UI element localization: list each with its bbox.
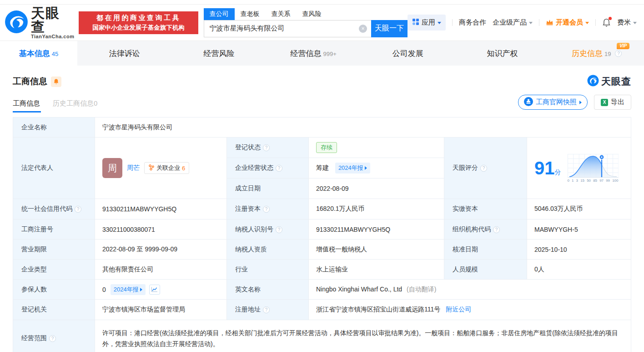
address-label: 注册地址? [227,300,309,320]
annual-report-badge[interactable]: 2024年报 [335,163,370,173]
scope-cell: 许可项目：港口经营(依法须经批准的项目，经相关部门批准后方可开展经营活动，具体经… [95,320,631,352]
official-snapshot-button[interactable]: 工商官网快照 [518,95,588,110]
section-title: 工商信息 [13,76,47,87]
uscc-label: 统一社会信用代码? [13,199,95,219]
label-text: 天眼评分 [453,164,478,171]
tab-count: 19 [604,51,611,57]
brand-watermark[interactable]: 天眼查 [587,75,631,88]
nav-cooperation[interactable]: 商务合作 [459,18,486,27]
stamp-icon [524,97,533,107]
en-name-cell: Ningbo Xinghai Wharf Co., Ltd (自动翻译) [309,280,631,300]
nav-enterprise[interactable]: 企业级产品 [493,18,533,27]
chevron-down-icon [529,22,533,24]
score-distribution-chart: 0131550859799100 [568,154,619,183]
taxpayer-id-label: 纳税人识别号? [227,219,309,240]
reg-no-label: 工商注册号 [13,219,95,240]
label-text: 注册地址 [235,306,261,313]
apps-grid-icon [412,18,419,27]
clear-search-icon[interactable]: × [359,25,367,33]
nav-vip[interactable]: 开通会员 [546,18,589,27]
org-code-label: 组织机构代码? [444,219,527,240]
tab-basic-info[interactable]: 基本信息 45 [0,41,77,66]
company-tabbar: 基本信息 45 法律诉讼 经营风险 经营信息 999+ 公司发展 知识产权 VI… [0,41,644,66]
help-icon[interactable]: ? [615,50,622,57]
tab-label: 法律诉讼 [109,48,140,59]
legal-rep-avatar[interactable]: 周 [102,158,122,178]
search-button[interactable]: 天眼一下 [371,20,408,37]
reg-no-value: 330211000380071 [95,219,227,240]
promo-line1: 都在用的商业查询工具 [82,14,194,22]
arrow-right-icon [140,288,142,291]
industry-value: 水上运输业 [309,260,444,280]
insured-count: 0 [102,286,106,293]
tianyancha-logo-icon [5,10,28,36]
subtab-business-info[interactable]: 工商信息 [13,99,40,112]
help-icon[interactable]: ? [263,144,270,151]
section-header: 工商信息 天眼查 [0,66,644,88]
tab-legal[interactable]: 法律诉讼 [77,41,172,66]
search-area: 查公司 查老板 查关系 查风险 × 天眼一下 [204,8,408,37]
auto-translate-note: (自动翻译) [407,286,436,293]
help-icon[interactable]: ? [75,206,81,213]
tianyancha-logo[interactable]: 天眼查 TianYanCha.com [5,6,74,39]
op-status-label: 企业经营状态? [227,158,309,179]
related-companies-badge[interactable]: 关联企业 6 [144,162,189,174]
export-button[interactable]: X 导出 [594,95,631,110]
logo-title: 天眼查 [31,6,74,34]
tab-history-info[interactable]: VIP 历史信息 19 ? [549,41,644,66]
reg-authority-label: 登记机关 [13,300,95,320]
help-icon[interactable]: ? [263,206,270,213]
legal-rep-cell: 周 周芒 关联企业 6 [95,138,227,199]
uscc-value: 91330211MABWYYGH5Q [95,199,227,219]
nav-apps[interactable]: 应用 [408,15,446,31]
search-tab-relation[interactable]: 查关系 [266,8,297,20]
nav-user[interactable]: 费米 [617,18,637,27]
search-tab-boss[interactable]: 查老板 [235,8,266,20]
related-label: 关联企业 [156,164,180,172]
label-text: 注册资本 [235,205,261,212]
help-icon[interactable]: ? [263,306,270,313]
nav-divider [539,19,539,26]
notification-bell[interactable] [602,18,611,27]
search-tab-risk[interactable]: 查风险 [297,8,327,20]
promo-banner: 都在用的商业查询工具 国家中小企业发展子基金旗下机构 [79,11,198,34]
excel-glyph: X [603,100,606,105]
reg-capital-label: 注册资本? [227,199,309,219]
nav-vip-label: 开通会员 [556,18,583,27]
help-icon[interactable]: ? [49,335,56,342]
label-text: 登记状态 [235,143,261,151]
annual-report-badge[interactable]: 2024年报 [111,284,146,295]
brand-name: 天眼查 [601,75,631,88]
help-icon[interactable]: ? [493,226,500,233]
reg-capital-value: 16820.1万人民币 [309,199,444,219]
status-badge: 存续 [316,142,337,153]
nav-divider [595,19,596,26]
staff-size-value: 0人 [527,260,631,280]
notification-dot [609,17,612,20]
term-label: 营业期限 [13,240,95,260]
tab-company-development[interactable]: 公司发展 [361,41,455,66]
chevron-down-icon [633,22,637,24]
search-tab-company[interactable]: 查公司 [204,8,235,20]
subscribe-bell-icon[interactable] [51,77,61,87]
score-axis-ticks: 0131550859799100 [568,179,619,183]
nav-enterprise-label: 企业级产品 [493,18,527,27]
legal-rep-link[interactable]: 周芒 [127,164,140,172]
tab-operating-risk[interactable]: 经营风险 [172,41,267,66]
nearby-companies-link[interactable]: 附近公司 [446,306,471,313]
label-text: 组织机构代码 [453,225,491,233]
help-icon[interactable]: ? [276,226,282,233]
org-code-value: MABWYYGH-5 [527,219,631,240]
company-type-label: 企业类型 [13,260,95,280]
help-icon[interactable]: ? [480,165,487,172]
taxpayer-quality-label: 纳税人资质 [227,240,309,260]
trend-chart-icon[interactable] [149,285,160,295]
search-input[interactable] [204,25,371,32]
help-icon[interactable]: ? [276,165,282,172]
paid-capital-value: 5046.03万人民币 [527,199,631,219]
label-text: 统一社会信用代码 [21,205,72,212]
tab-intellectual-property[interactable]: 知识产权 [455,41,550,66]
subtab-history-business-info[interactable]: 历史工商信息0 [53,99,97,112]
tab-business-info[interactable]: 经营信息 999+ [266,41,361,66]
legal-rep-label: 法定代表人 [13,138,95,199]
